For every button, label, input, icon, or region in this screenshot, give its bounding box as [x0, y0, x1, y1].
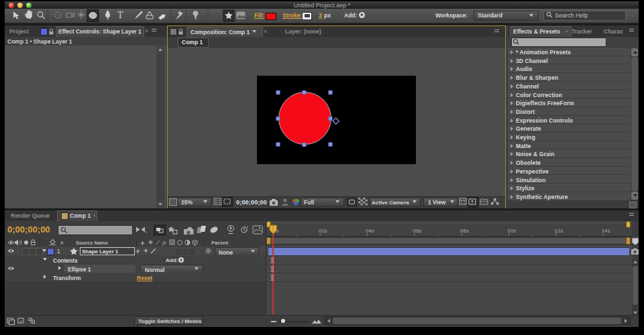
svg-text:02s: 02s: [319, 228, 327, 234]
svg-text:06s: 06s: [413, 228, 421, 234]
svg-text:08s: 08s: [460, 228, 469, 234]
svg-text:#: #: [60, 240, 64, 246]
svg-text:Source Name: Source Name: [76, 240, 108, 246]
svg-text:12s: 12s: [554, 228, 563, 234]
svg-text:T: T: [117, 10, 123, 20]
svg-text:Parent: Parent: [211, 240, 228, 246]
svg-text:10s: 10s: [507, 228, 516, 234]
svg-text:14s: 14s: [602, 228, 610, 234]
svg-text:fx: fx: [162, 239, 166, 246]
svg-text:04s: 04s: [366, 228, 374, 234]
